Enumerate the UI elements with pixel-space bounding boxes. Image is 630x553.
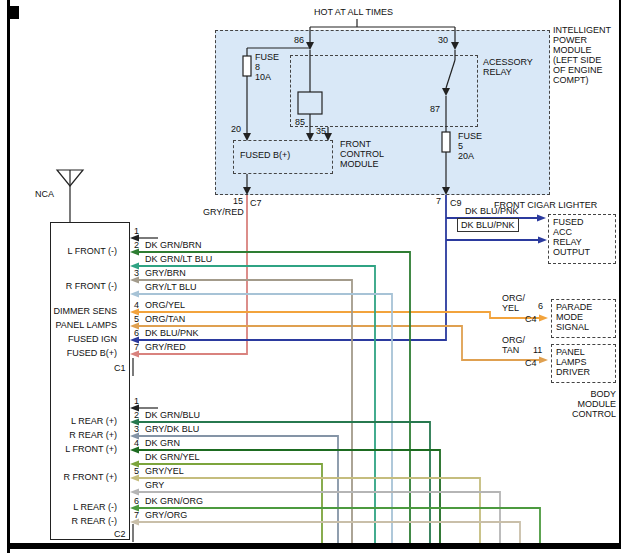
ipm-caption-line: (LEFT SIDE [553,55,611,65]
pin-number: 4 [134,300,139,310]
pin-function-label: DIMMER SENS [45,306,117,316]
wire-name-label: ORG/TAN [145,314,185,324]
parade-line: MODE [556,312,592,322]
parade-pin-number: 6 [538,301,543,311]
ipm-caption-line: MODULE [553,45,611,55]
fuse-5-line: 20A [458,151,482,161]
wire-name-label: GRY/LT BLU [145,282,197,292]
wire-name-label: DK BLU/PNK [145,328,199,338]
parade-connector-label: C4 [525,314,537,324]
wire-dk-grn-blu [138,422,430,546]
parade-line: SIGNAL [556,322,592,332]
fused-acc-relay-output-caption: FUSED ACC RELAY OUTPUT [553,217,590,257]
body-caption-line: BODY [590,389,616,399]
pin-number: 3 [134,268,139,278]
fused-acc-line: RELAY [553,237,590,247]
ipm-caption: INTELLIGENT POWER MODULE (LEFT SIDE OF E… [553,25,611,85]
wire-layer [0,0,630,553]
panel-line: PANEL [556,347,590,357]
c7-pin-number: 15 [233,196,243,206]
wire-name-label: GRY/DK BLU [145,424,199,434]
wire-name-label: DK GRN/BRN [145,240,202,250]
panel-line: DRIVER [556,367,590,377]
antenna-nca-label: NCA [35,189,54,199]
wire-name-label: DK GRN/ORG [145,496,203,506]
pin-number: 6 [134,328,139,338]
fuse-8-label: FUSE 8 10A [255,52,279,82]
pin-number: 2 [134,240,139,250]
pin-number: 6 [134,496,139,506]
fuse-8-line: 8 [255,62,279,72]
parade-mode-signal-caption: PARADE MODE SIGNAL [556,302,592,332]
front-control-module-caption: FRONT CONTROL MODULE [340,139,384,169]
pin-function-label: L FRONT (+) [45,444,117,454]
pin-function-label: R FRONT (+) [45,472,117,482]
pin-number: 1 [134,396,139,406]
fcm-caption-line: MODULE [340,159,384,169]
org-yel-wire-label: ORG/ YEL [502,293,525,313]
pin-function-label: R REAR (+) [45,430,117,440]
c9-pin-number: 7 [436,196,441,206]
panel-lamps-driver-caption: PANEL LAMPS DRIVER [556,347,590,377]
fcm-pin-35: 35 [316,126,326,136]
fused-acc-line: OUTPUT [553,247,590,257]
org-tan-wire-label: ORG/ TAN [502,335,525,355]
wire-name-label: ORG/YEL [145,300,185,310]
pin-function-label: PANEL LAMPS [45,320,117,330]
relay-pin-86: 86 [294,35,304,45]
pin-function-label: L REAR (-) [45,502,117,512]
ipm-caption-line: COMPT) [553,75,611,85]
pin-function-label: FUSED B(+) [45,348,117,358]
pin-number: 7 [134,510,139,520]
wire-name-label: GRY [145,480,164,490]
dk-blu-pnk-label-1: DK BLU/PNK [465,206,519,216]
fuse-5-line: FUSE [458,131,482,141]
org-yel-line: ORG/ [502,293,525,303]
wire-name-label: GRY/YEL [145,466,184,476]
org-tan-line: ORG/ [502,335,525,345]
relay-coil-symbol [298,92,322,114]
frame-right-line [619,0,621,549]
wire-name-label: DK GRN/LT BLU [145,254,212,264]
relay-pin-85: 85 [295,117,305,127]
pin-number: 2 [134,410,139,420]
pin-number: 3 [134,424,139,434]
wire-name-label: DK GRN/YEL [145,452,200,462]
pin-function-label: L FRONT (-) [45,246,117,256]
relay-pin-87: 87 [430,104,440,114]
body-caption-line: CONTROL [572,409,616,419]
panel-connector-label: C4 [525,358,537,368]
org-yel-line: YEL [502,303,525,313]
wire-name-label: GRY/RED [145,342,186,352]
c1-connector-label: C1 [114,363,126,373]
fcm-pin-20: 20 [231,124,241,134]
fcm-caption-line: FRONT [340,139,384,149]
org-tan-line: TAN [502,345,525,355]
wire-name-label: DK GRN [145,438,180,448]
c9-connector-label: C9 [450,198,462,208]
pin-function-label: FUSED IGN [45,334,117,344]
ipm-caption-line: POWER [553,35,611,45]
frame-left-bar [7,0,10,553]
gry-red-wire-label: GRY/RED [203,207,244,217]
fuse-8-symbol [243,56,251,76]
fuse-5-label: FUSE 5 20A [458,131,482,161]
relay-pin-30: 30 [438,35,448,45]
fused-acc-line: ACC [553,227,590,237]
wiring-diagram: HOT AT ALL TIMES INTELLIGENT POWER MODUL… [0,0,630,553]
pin-number: 5 [134,466,139,476]
wire-name-label: GRY/BRN [145,268,186,278]
pin-number: 5 [134,314,139,324]
wire-name-label: DK GRN/BLU [145,410,200,420]
fuse-5-symbol [442,132,450,152]
fuse-5-line: 5 [458,141,482,151]
parade-line: PARADE [556,302,592,312]
accessory-relay-label: ACESSORY RELAY [483,57,533,77]
pin-number: 4 [134,438,139,448]
frame-bottom-bar [7,543,621,549]
pin-number: 1 [134,226,139,236]
relay-switch-blade [446,60,455,88]
fuse-8-line: FUSE [255,52,279,62]
ipm-caption-line: OF ENGINE [553,65,611,75]
c7-connector-label: C7 [250,198,262,208]
